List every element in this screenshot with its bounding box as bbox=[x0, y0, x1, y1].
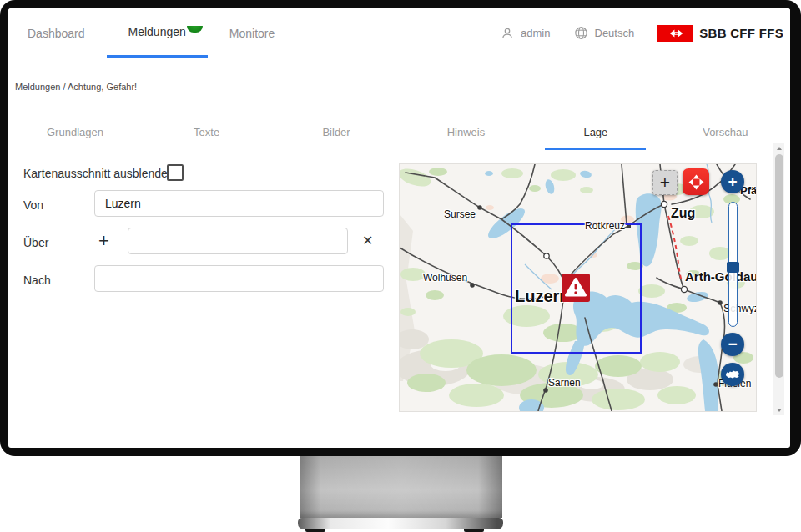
tab-vorschau[interactable]: Vorschau bbox=[661, 110, 790, 148]
tab-label: Texte bbox=[155, 126, 258, 148]
von-label: Von bbox=[23, 198, 43, 212]
hide-map-label: Kartenausschnitt ausblenden bbox=[23, 167, 174, 180]
nav-item-monitore[interactable]: Monitore bbox=[208, 8, 296, 58]
extra-zoom-button[interactable]: + bbox=[652, 170, 678, 195]
tab-bilder[interactable]: Bilder bbox=[271, 110, 400, 148]
nav-item-dashboard[interactable]: Dashboard bbox=[8, 8, 107, 58]
header-right: admin Deutsch bbox=[501, 8, 790, 58]
warning-marker-icon[interactable] bbox=[562, 274, 590, 302]
add-via-icon[interactable]: + bbox=[98, 232, 109, 250]
brand-text: SBB CFF FFS bbox=[699, 26, 783, 40]
zoom-out-button[interactable]: − bbox=[721, 333, 744, 356]
tab-label: Bilder bbox=[284, 126, 388, 148]
tab-hinweis[interactable]: Hinweis bbox=[401, 110, 531, 148]
sbb-logo: SBB CFF FFS bbox=[657, 25, 783, 42]
map-canvas[interactable]: Sursee Wolhusen Rotkreuz Zug Luzern Arth… bbox=[399, 163, 757, 412]
ueber-input[interactable] bbox=[128, 228, 348, 254]
tab-label: Vorschau bbox=[664, 126, 786, 148]
tab-label: Grundlagen bbox=[8, 126, 142, 148]
user-menu[interactable]: admin bbox=[501, 27, 550, 40]
nach-input[interactable] bbox=[94, 265, 384, 292]
language-menu[interactable]: Deutsch bbox=[574, 26, 635, 40]
scrollbar-down-arrow[interactable] bbox=[773, 405, 784, 415]
tab-texte[interactable]: Texte bbox=[142, 110, 271, 148]
globe-icon bbox=[574, 26, 588, 40]
scrollbar-thumb[interactable] bbox=[775, 154, 783, 378]
scrollbar-up-arrow[interactable] bbox=[773, 143, 784, 153]
tab-bar: Grundlagen Texte Bilder Hinweis Lage Vor… bbox=[8, 110, 790, 148]
monitor-stand-base bbox=[298, 518, 503, 529]
notification-badge bbox=[187, 26, 203, 33]
language-label: Deutsch bbox=[595, 27, 635, 39]
nav-item-label: Monitore bbox=[229, 27, 275, 40]
pan-mode-button[interactable] bbox=[683, 168, 709, 195]
monitor-stand bbox=[300, 456, 502, 518]
zoom-in-button[interactable]: + bbox=[721, 170, 744, 193]
nav-item-meldungen[interactable]: Meldungen bbox=[107, 8, 208, 58]
breadcrumb: Meldungen / Achtung, Gefahr! bbox=[15, 82, 137, 92]
nav-item-label: Meldungen bbox=[128, 25, 186, 38]
tab-label: Lage bbox=[545, 126, 646, 150]
app-header: Dashboard Meldungen Monitore admin bbox=[8, 8, 790, 58]
move-icon bbox=[688, 174, 704, 190]
map-place-rotkreuz: Rotkreuz bbox=[585, 220, 625, 232]
zoom-slider-handle[interactable] bbox=[727, 262, 739, 273]
map-place-arth-goldau: Arth-Goldau bbox=[685, 269, 757, 284]
clear-via-icon[interactable]: ✕ bbox=[362, 234, 373, 248]
page: Dashboard Meldungen Monitore admin bbox=[0, 0, 801, 532]
reset-view-switzerland-button[interactable] bbox=[721, 363, 744, 386]
screen: Dashboard Meldungen Monitore admin bbox=[8, 8, 790, 448]
sbb-logo-icon bbox=[657, 25, 693, 42]
ueber-label: Über bbox=[23, 236, 48, 249]
von-input[interactable] bbox=[94, 190, 384, 217]
map-place-zug: Zug bbox=[671, 206, 695, 221]
tab-grundlagen[interactable]: Grundlagen bbox=[8, 110, 142, 148]
nav-item-label: Dashboard bbox=[28, 27, 85, 40]
user-icon bbox=[501, 27, 514, 40]
tab-label: Hinweis bbox=[409, 126, 524, 148]
scrollbar[interactable] bbox=[773, 143, 784, 415]
map-place-sarnen: Sarnen bbox=[548, 377, 581, 389]
user-name: admin bbox=[521, 27, 550, 39]
nach-label: Nach bbox=[23, 274, 51, 287]
hide-map-checkbox[interactable] bbox=[167, 164, 184, 181]
map-place-sursee: Sursee bbox=[444, 208, 476, 220]
map-place-wolhusen: Wolhusen bbox=[423, 272, 467, 284]
tab-lage[interactable]: Lage bbox=[531, 110, 660, 148]
switzerland-icon bbox=[725, 369, 740, 379]
